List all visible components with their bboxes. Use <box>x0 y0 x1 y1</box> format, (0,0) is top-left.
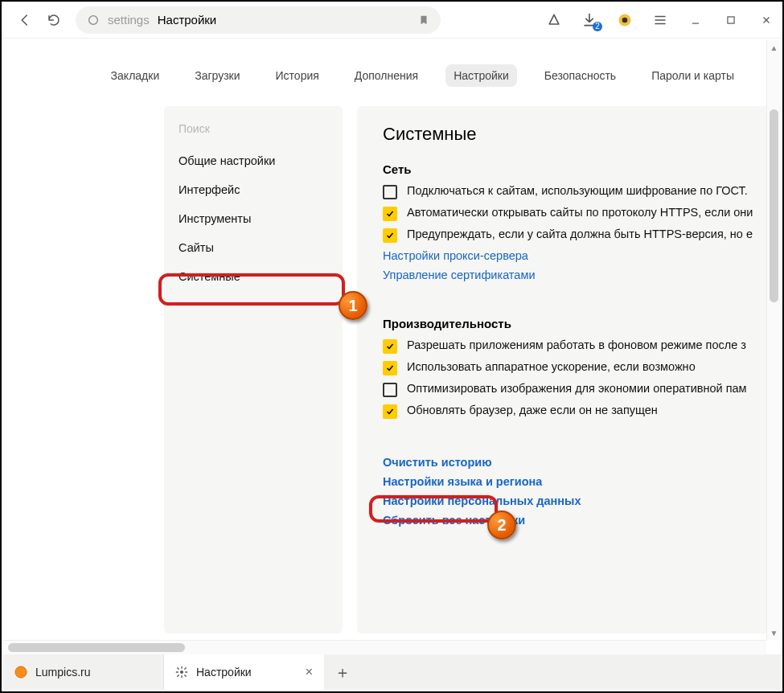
sidebar-item-general[interactable]: Общие настройки <box>164 146 343 175</box>
window-close-button[interactable] <box>758 12 774 28</box>
page-title: Системные <box>383 124 781 145</box>
sidebar-item-interface[interactable]: Интерфейс <box>164 175 343 204</box>
checkbox-label: Предупреждать, если у сайта должна быть … <box>407 228 753 240</box>
window-minimize-button[interactable] <box>688 12 704 28</box>
nav-downloads[interactable]: Загрузки <box>187 64 248 87</box>
checkbox-row[interactable]: Подключаться к сайтам, использующим шифр… <box>383 184 781 199</box>
reload-button[interactable] <box>47 13 61 27</box>
tab-label: Настройки <box>196 666 252 679</box>
downloads-badge: 2 <box>593 22 602 31</box>
gear-icon <box>175 666 188 679</box>
alisa-icon[interactable] <box>546 12 562 28</box>
tab-lumpics[interactable]: Lumpics.ru <box>3 654 164 690</box>
checkbox-label: Разрешать приложениям работать в фоновом… <box>407 338 746 351</box>
extension-icon[interactable] <box>617 12 633 28</box>
sidebar-item-system[interactable]: Системные <box>164 262 343 291</box>
link-language-region[interactable]: Настройки языка и региона <box>383 475 781 488</box>
svg-point-2 <box>622 17 628 23</box>
checkbox[interactable] <box>383 383 397 397</box>
checkbox-label: Подключаться к сайтам, использующим шифр… <box>407 184 748 197</box>
browser-toolbar: settings Настройки 2 <box>2 2 782 39</box>
tab-label: Lumpics.ru <box>35 666 90 679</box>
link-personal-data[interactable]: Настройки персональных данных <box>383 494 781 507</box>
orange-circle-icon <box>14 666 27 679</box>
checkbox[interactable] <box>383 339 397 354</box>
svg-point-0 <box>89 15 98 24</box>
svg-rect-3 <box>728 16 734 23</box>
nav-history[interactable]: История <box>268 64 327 87</box>
link-certificates[interactable]: Управление сертификатами <box>383 269 781 281</box>
checkbox[interactable] <box>383 185 397 199</box>
settings-main: Системные Сеть Подключаться к сайтам, ис… <box>357 106 781 634</box>
scroll-down-arrow-icon[interactable]: ▼ <box>767 625 781 640</box>
scrollbar-horizontal[interactable] <box>3 640 766 654</box>
scroll-up-arrow-icon[interactable]: ▲ <box>767 40 781 55</box>
sidebar-item-tools[interactable]: Инструменты <box>164 204 343 233</box>
bookmark-icon[interactable] <box>418 14 429 27</box>
checkbox-row[interactable]: Использовать аппаратное ускорение, если … <box>383 360 781 375</box>
close-icon[interactable]: × <box>306 666 313 679</box>
downloads-button[interactable]: 2 <box>581 12 597 28</box>
settings-content: Поиск Общие настройки Интерфейс Инструме… <box>3 106 781 634</box>
yandex-logo-icon <box>87 14 100 27</box>
checkbox-row[interactable]: Разрешать приложениям работать в фоновом… <box>383 338 781 354</box>
checkbox[interactable] <box>383 361 397 375</box>
back-button[interactable] <box>18 13 32 27</box>
settings-sidebar: Поиск Общие настройки Интерфейс Инструме… <box>164 106 343 634</box>
checkbox-label: Оптимизировать изображения для экономии … <box>407 382 747 395</box>
omnibox-text: settings Настройки <box>108 13 216 27</box>
checkbox-row[interactable]: Автоматически открывать сайты по протоко… <box>383 206 781 221</box>
page: Закладки Загрузки История Дополнения Нас… <box>3 40 781 640</box>
settings-top-nav: Закладки Загрузки История Дополнения Нас… <box>3 40 781 106</box>
section-title-performance: Производительность <box>383 317 781 330</box>
sidebar-search[interactable]: Поиск <box>164 106 343 146</box>
link-proxy-settings[interactable]: Настройки прокси-сервера <box>383 249 781 262</box>
checkbox-row[interactable]: Оптимизировать изображения для экономии … <box>383 382 781 397</box>
checkbox-label: Обновлять браузер, даже если он не запущ… <box>407 404 658 416</box>
checkbox[interactable] <box>383 404 397 419</box>
omnibox-scheme: settings <box>108 13 150 27</box>
checkbox[interactable] <box>383 207 397 221</box>
scroll-thumb-vertical[interactable] <box>770 109 778 302</box>
link-reset-settings[interactable]: Сбросить все настройки <box>383 514 781 527</box>
scrollbar-vertical[interactable]: ▲ ▼ <box>766 40 781 640</box>
checkbox-row[interactable]: Предупреждать, если у сайта должна быть … <box>383 228 781 243</box>
checkbox-label: Автоматически открывать сайты по протоко… <box>407 206 753 219</box>
window-maximize-button[interactable] <box>723 12 739 28</box>
tabstrip: Lumpics.ru Настройки × ＋ <box>3 654 781 690</box>
nav-bookmarks[interactable]: Закладки <box>103 64 168 87</box>
toolbar-right: 2 <box>546 12 774 28</box>
nav-settings[interactable]: Настройки <box>445 64 517 87</box>
section-title-network: Сеть <box>383 162 781 176</box>
menu-button[interactable] <box>652 12 668 28</box>
svg-point-5 <box>180 670 183 674</box>
checkbox-label: Использовать аппаратное ускорение, если … <box>407 360 696 373</box>
new-tab-button[interactable]: ＋ <box>325 654 360 690</box>
checkbox-row[interactable]: Обновлять браузер, даже если он не запущ… <box>383 404 781 419</box>
tab-settings[interactable]: Настройки × <box>164 654 325 690</box>
nav-passwords[interactable]: Пароли и карты <box>643 64 742 87</box>
nav-addons[interactable]: Дополнения <box>347 64 426 87</box>
omnibox-title: Настройки <box>158 13 217 27</box>
omnibox[interactable]: settings Настройки <box>76 6 441 34</box>
svg-point-4 <box>15 666 27 678</box>
nav-security[interactable]: Безопасность <box>536 64 624 87</box>
sidebar-item-sites[interactable]: Сайты <box>164 233 343 262</box>
scroll-thumb-horizontal[interactable] <box>8 643 185 652</box>
link-clear-history[interactable]: Очистить историю <box>383 456 781 469</box>
checkbox[interactable] <box>383 228 397 243</box>
